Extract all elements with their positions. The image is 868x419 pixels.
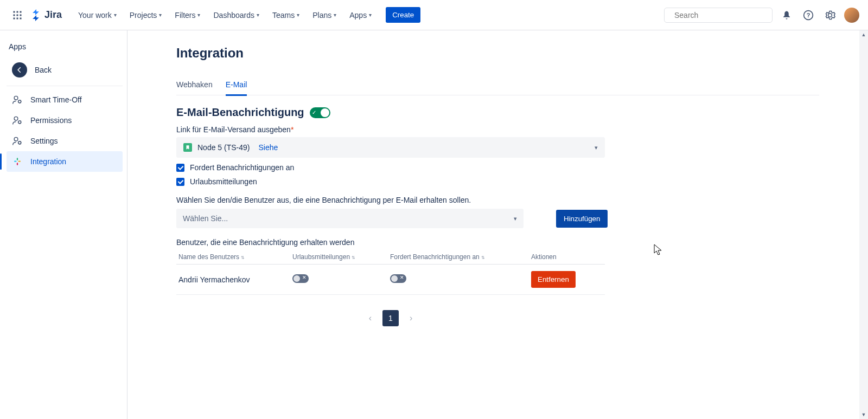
nav-plans[interactable]: Plans▾ [307,8,342,23]
request-toggle[interactable]: ✕ [390,274,406,283]
sidebar-item-label: Integration [30,157,66,166]
svg-rect-8 [20,17,22,19]
col-name[interactable]: Name des Benutzers⇅ [176,250,290,265]
sidebar-item-integration[interactable]: Integration [7,151,123,172]
link-field-label: Link für E-Mail-Versand ausgeben* [176,125,819,134]
link-dropdown[interactable]: Node 5 (TS-49) Siehe ▾ [176,137,605,158]
user-avatar[interactable] [844,8,859,23]
nav-projects[interactable]: Projects▾ [124,8,168,23]
vacation-toggle[interactable]: ✕ [292,274,309,283]
svg-point-13 [14,96,18,100]
help-icon[interactable]: ? [801,8,816,23]
svg-rect-22 [17,163,18,165]
tab-email[interactable]: E-Mail [226,78,247,96]
tabs: Webhaken E-Mail [176,78,819,95]
chevron-down-icon: ▾ [159,12,162,18]
chevron-down-icon: ▾ [297,12,299,18]
user-gear-icon [12,115,23,126]
pagination-next[interactable]: › [405,311,417,325]
user-select-dropdown[interactable]: Wählen Sie... ▾ [176,209,524,228]
chevron-down-icon: ▾ [595,144,598,151]
add-button[interactable]: Hinzufügen [556,210,608,228]
user-select-placeholder: Wählen Sie... [183,214,228,223]
chevron-down-icon: ▾ [514,215,517,222]
scroll-up-icon[interactable]: ▲ [859,30,868,39]
nav-dashboards[interactable]: Dashboards▾ [208,8,265,23]
chevron-down-icon: ▾ [197,12,200,18]
checkbox-vacation-notifications[interactable] [176,178,184,186]
search-input[interactable] [674,11,769,20]
jira-logo[interactable]: Jira [28,9,64,21]
checkbox-request-notifications[interactable] [176,164,184,172]
divider [7,86,123,86]
sidebar-item-label: Settings [30,137,58,145]
email-notification-toggle[interactable]: ✓ [310,107,330,118]
svg-rect-4 [17,14,18,16]
nav-filters[interactable]: Filters▾ [169,8,206,23]
svg-text:?: ? [807,12,810,18]
sort-icon: ⇅ [481,255,485,260]
col-actions: Aktionen [529,250,605,265]
app-switcher-icon[interactable] [9,7,26,24]
svg-rect-21 [17,158,18,160]
nav-teams[interactable]: Teams▾ [267,8,305,23]
svg-point-15 [14,117,18,120]
x-icon: ✕ [400,275,404,280]
slack-icon [12,156,23,167]
chevron-down-icon: ▾ [334,12,336,18]
tab-webhooks[interactable]: Webhaken [176,78,213,95]
main-content: Integration Webhaken E-Mail E-Mail-Benac… [127,30,868,419]
scrollbar[interactable]: ▲ ▼ [859,30,868,419]
sidebar-back[interactable]: Back [7,57,123,82]
nav-apps[interactable]: Apps▾ [344,8,377,23]
table-row: Andrii Yermachenkov ✕ ✕ Entfernen [176,265,605,295]
sidebar-item-label: Smart Time-Off [30,95,82,104]
pagination-page-1[interactable]: 1 [382,310,399,326]
svg-rect-7 [17,17,18,19]
chevron-down-icon: ▾ [114,12,117,18]
users-table-title: Benutzer, die eine Benachrichtigung erha… [176,238,819,247]
sidebar-item-settings[interactable]: Settings [7,131,123,151]
sidebar-item-label: Permissions [30,116,72,125]
notifications-icon[interactable] [779,8,794,23]
section-title: E-Mail-Benachrichtigung [176,106,304,119]
sort-icon: ⇅ [352,255,355,260]
svg-rect-0 [14,11,15,12]
chevron-down-icon: ▾ [369,12,372,18]
svg-rect-5 [20,14,22,16]
sidebar-back-label: Back [35,66,52,74]
remove-button[interactable]: Entfernen [531,271,576,288]
settings-icon[interactable] [822,8,838,23]
top-nav: Jira Your work▾ Projects▾ Filters▾ Dashb… [0,0,868,30]
back-arrow-icon [12,62,27,78]
sidebar: Apps Back Smart Time-Off Permissions Set… [0,30,127,419]
col-request[interactable]: Fordert Benachrichtigungen an⇅ [388,250,529,265]
checkbox-label: Fordert Benachrichtigungen an [190,163,294,172]
search-box[interactable] [664,8,773,23]
x-icon: ✕ [302,275,307,280]
link-action[interactable]: Siehe [258,143,278,152]
user-gear-icon [12,94,23,105]
svg-rect-20 [18,161,21,162]
svg-point-17 [14,137,18,141]
page-title: Integration [176,46,819,61]
user-gear-icon [12,136,23,146]
pagination-prev[interactable]: ‹ [365,311,376,325]
nav-your-work[interactable]: Your work▾ [73,8,122,23]
users-table: Name des Benutzers⇅ Urlaubsmitteilungen⇅… [176,250,605,295]
scroll-down-icon[interactable]: ▼ [859,410,868,419]
check-icon: ✓ [312,109,316,115]
sidebar-item-permissions[interactable]: Permissions [7,110,123,131]
chevron-down-icon: ▾ [257,12,259,18]
checkbox-label: Urlaubsmitteilungen [190,177,257,186]
svg-rect-3 [14,14,15,16]
link-value: Node 5 (TS-49) [197,143,250,152]
user-name-cell: Andrii Yermachenkov [176,265,290,295]
col-vacation[interactable]: Urlaubsmitteilungen⇅ [290,250,388,265]
svg-rect-2 [20,11,22,12]
svg-rect-19 [14,161,17,162]
svg-rect-6 [14,17,15,19]
sidebar-item-smart-time-off[interactable]: Smart Time-Off [7,89,123,110]
create-button[interactable]: Create [386,7,420,23]
sidebar-title: Apps [7,39,123,57]
